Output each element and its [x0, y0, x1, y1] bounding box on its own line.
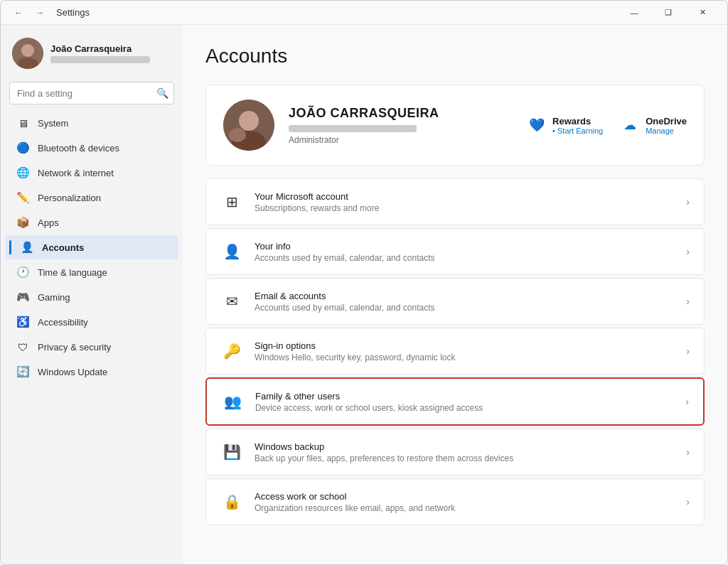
windows-backup-title: Windows backup: [255, 441, 675, 452]
sidebar-item-personalization[interactable]: ✏️Personalization: [5, 185, 178, 210]
sidebar-item-gaming[interactable]: 🎮Gaming: [5, 285, 178, 309]
sidebar-item-apps[interactable]: 📦Apps: [5, 210, 178, 235]
svg-point-4: [239, 111, 259, 131]
onedrive-details: OneDrive Manage: [646, 116, 687, 135]
system-icon: 🖥: [16, 117, 29, 129]
user-profile[interactable]: João Carrasqueira: [1, 31, 183, 79]
active-indicator: [9, 240, 11, 254]
microsoft-account-title: Your Microsoft account: [255, 191, 675, 202]
onedrive-service[interactable]: ☁ OneDrive Manage: [620, 115, 687, 135]
signin-options-title: Sign-in options: [255, 340, 675, 351]
profile-card: JOÃO CARRASQUEIRA Administrator 💙 Reward…: [205, 85, 705, 166]
email-accounts-desc: Accounts used by email, calendar, and co…: [255, 303, 675, 313]
microsoft-account-text: Your Microsoft accountSubscriptions, rew…: [255, 191, 675, 213]
settings-item-signin-options[interactable]: 🔑Sign-in optionsWindows Hello, security …: [205, 328, 705, 375]
profile-details: JOÃO CARRASQUEIRA Administrator: [289, 106, 513, 145]
sidebar-nav: 🖥System🔵Bluetooth & devices🌐Network & in…: [1, 110, 183, 384]
rewards-icon: 💙: [527, 115, 547, 135]
work-school-desc: Organization resources like email, apps,…: [255, 503, 675, 513]
microsoft-account-icon: ⊞: [220, 190, 243, 213]
back-button[interactable]: ←: [9, 4, 28, 22]
sidebar-item-bluetooth[interactable]: 🔵Bluetooth & devices: [5, 136, 178, 160]
onedrive-name: OneDrive: [646, 116, 687, 127]
chevron-right-icon: ›: [686, 345, 690, 357]
family-users-text: Family & other usersDevice access, work …: [255, 391, 674, 413]
network-icon: 🌐: [16, 166, 29, 179]
time-icon: 🕐: [16, 266, 29, 279]
privacy-icon: 🛡: [16, 340, 29, 353]
content-area: Accounts JOÃO CARRASQUEIRA Administrator: [183, 25, 727, 564]
minimize-button[interactable]: —: [618, 1, 651, 24]
email-accounts-icon: ✉: [220, 290, 243, 313]
close-button[interactable]: ✕: [686, 1, 719, 24]
sidebar-item-label: Network & internet: [38, 168, 114, 178]
work-school-text: Access work or schoolOrganization resour…: [255, 491, 675, 513]
settings-item-windows-backup[interactable]: 💾Windows backupBack up your files, apps,…: [205, 429, 705, 475]
chevron-right-icon: ›: [686, 446, 690, 458]
settings-item-email-accounts[interactable]: ✉Email & accountsAccounts used by email,…: [205, 278, 705, 325]
profile-avatar: [223, 99, 274, 151]
sidebar-item-label: Gaming: [38, 292, 70, 303]
rewards-name: Rewards: [552, 116, 603, 127]
work-school-title: Access work or school: [255, 491, 675, 502]
rewards-service[interactable]: 💙 Rewards • Start Earning: [527, 115, 603, 135]
sidebar-item-update[interactable]: 🔄Windows Update: [5, 360, 178, 384]
profile-role: Administrator: [289, 135, 513, 145]
settings-item-work-school[interactable]: 🔒Access work or schoolOrganization resou…: [205, 478, 705, 525]
rewards-sub: • Start Earning: [552, 127, 603, 135]
sidebar-item-label: Time & language: [38, 267, 107, 278]
sidebar-item-privacy[interactable]: 🛡Privacy & security: [5, 335, 178, 359]
sidebar-item-label: Accessibility: [38, 317, 88, 328]
settings-list: ⊞Your Microsoft accountSubscriptions, re…: [205, 178, 705, 525]
email-accounts-text: Email & accountsAccounts used by email, …: [255, 291, 675, 313]
your-info-icon: 👤: [220, 240, 243, 263]
family-users-desc: Device access, work or school users, kio…: [255, 403, 674, 413]
windows-backup-icon: 💾: [220, 441, 243, 463]
search-input[interactable]: [9, 82, 174, 104]
user-info: João Carrasqueira: [50, 43, 171, 63]
sidebar-item-label: Windows Update: [38, 367, 107, 377]
profile-services: 💙 Rewards • Start Earning ☁ OneDrive Man…: [527, 115, 687, 135]
maximize-button[interactable]: ❑: [652, 1, 685, 24]
apps-icon: 📦: [16, 216, 29, 229]
your-info-desc: Accounts used by email, calendar, and co…: [255, 253, 675, 263]
main-content: João Carrasqueira 🔍 🖥System🔵Bluetooth & …: [1, 25, 727, 564]
microsoft-account-desc: Subscriptions, rewards and more: [255, 203, 675, 213]
chevron-right-icon: ›: [686, 296, 690, 307]
sidebar-item-accessibility[interactable]: ♿Accessibility: [5, 310, 178, 334]
profile-email-bar: [289, 125, 417, 132]
sidebar-item-network[interactable]: 🌐Network & internet: [5, 161, 178, 185]
sidebar-item-label: Apps: [38, 217, 59, 228]
window-controls: — ❑ ✕: [618, 1, 719, 24]
chevron-right-icon: ›: [686, 496, 690, 507]
page-title: Accounts: [205, 45, 705, 68]
signin-options-icon: 🔑: [220, 340, 243, 362]
email-accounts-title: Email & accounts: [255, 291, 675, 301]
family-users-title: Family & other users: [255, 391, 674, 402]
sidebar-item-system[interactable]: 🖥System: [5, 111, 178, 135]
settings-item-your-info[interactable]: 👤Your infoAccounts used by email, calend…: [205, 228, 705, 275]
sidebar: João Carrasqueira 🔍 🖥System🔵Bluetooth & …: [1, 25, 183, 564]
svg-point-1: [21, 44, 34, 57]
bluetooth-icon: 🔵: [16, 141, 29, 154]
user-email: [50, 56, 150, 63]
nav-buttons: ← →: [9, 4, 49, 22]
accounts-icon: 👤: [21, 241, 33, 254]
onedrive-icon: ☁: [620, 115, 640, 135]
onedrive-sub: Manage: [646, 127, 687, 135]
your-info-text: Your infoAccounts used by email, calenda…: [255, 241, 675, 263]
search-box: 🔍: [9, 82, 174, 104]
settings-item-family-users[interactable]: 👥Family & other usersDevice access, work…: [205, 377, 705, 426]
family-users-icon: 👥: [221, 390, 244, 413]
windows-backup-text: Windows backupBack up your files, apps, …: [255, 441, 675, 463]
personalization-icon: ✏️: [16, 191, 29, 204]
sidebar-item-label: Privacy & security: [38, 342, 111, 353]
chevron-right-icon: ›: [686, 246, 690, 257]
search-icon: 🔍: [156, 87, 168, 99]
sidebar-item-time[interactable]: 🕐Time & language: [5, 260, 178, 284]
sidebar-item-accounts[interactable]: 👤Accounts: [5, 235, 178, 259]
avatar: [12, 38, 43, 69]
settings-item-microsoft-account[interactable]: ⊞Your Microsoft accountSubscriptions, re…: [205, 178, 705, 225]
user-name: João Carrasqueira: [50, 43, 171, 54]
forward-button[interactable]: →: [31, 4, 49, 22]
